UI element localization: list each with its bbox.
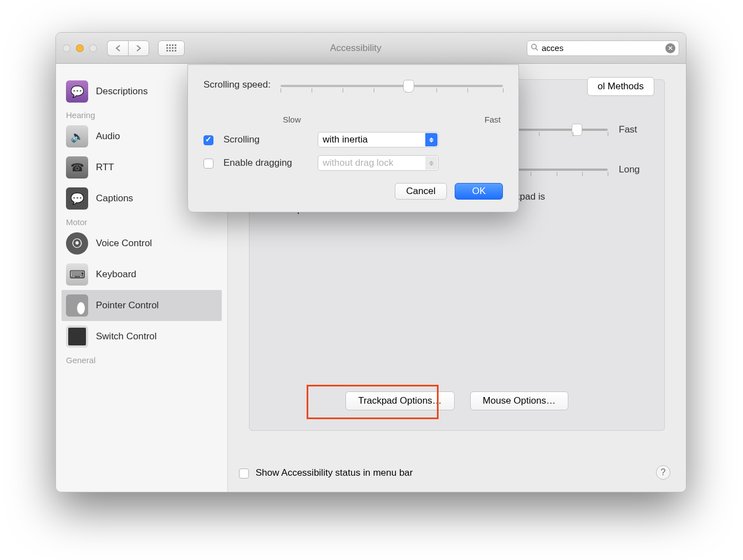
- sidebar-item-voice-control[interactable]: ⦿ Voice Control: [62, 228, 222, 259]
- enable-dragging-checkbox[interactable]: [203, 159, 213, 169]
- traffic-lights: [63, 44, 97, 52]
- grid-icon: [166, 44, 176, 52]
- slider-fast-label: Fast: [619, 124, 648, 135]
- cancel-button[interactable]: Cancel: [395, 183, 447, 200]
- enable-dragging-row: Enable dragging without drag lock: [203, 155, 503, 171]
- sidebar-item-label: Captions: [96, 193, 133, 204]
- scrolling-speed-row: Scrolling speed: Slow Fast: [203, 79, 503, 124]
- close-window-button[interactable]: [63, 44, 70, 52]
- tracking-speed-slider[interactable]: [505, 129, 608, 131]
- voice-control-icon: ⦿: [66, 232, 88, 254]
- scrolling-speed-slider[interactable]: [281, 79, 503, 97]
- enable-dragging-label: Enable dragging: [223, 157, 308, 169]
- scrolling-checkbox[interactable]: [203, 135, 213, 145]
- sidebar-item-label: Descriptions: [96, 86, 148, 97]
- dragging-mode-popup: without drag lock: [318, 155, 439, 171]
- scrolling-label: Scrolling: [223, 134, 308, 145]
- zoom-window-button[interactable]: [89, 44, 97, 52]
- window-toolbar: Accessibility ✕: [56, 33, 686, 64]
- search-input[interactable]: [542, 43, 662, 53]
- sidebar-item-label: Switch Control: [96, 331, 157, 342]
- svg-point-0: [532, 44, 536, 49]
- chevron-updown-icon: [425, 133, 437, 146]
- search-icon: [531, 43, 538, 53]
- dragging-mode-value: without drag lock: [323, 157, 394, 169]
- descriptions-icon: 💬: [66, 80, 88, 103]
- scrolling-speed-label: Scrolling speed:: [203, 79, 271, 90]
- sidebar-item-label: Voice Control: [96, 238, 152, 249]
- footer-row: Show Accessibility status in menu bar: [239, 467, 675, 478]
- help-button[interactable]: ?: [656, 465, 670, 480]
- tab-alternate-control-methods[interactable]: ol Methods: [587, 77, 654, 96]
- sidebar-group-motor: Motor: [62, 214, 222, 228]
- ok-button[interactable]: OK: [455, 183, 503, 200]
- scrolling-mode-value: with inertia: [323, 134, 368, 145]
- mouse-options-button[interactable]: Mouse Options…: [470, 391, 568, 410]
- forward-button[interactable]: [128, 40, 149, 56]
- tab-label: ol Methods: [598, 81, 644, 91]
- sheet-actions: Cancel OK: [203, 183, 503, 200]
- scrolling-mode-popup[interactable]: with inertia: [318, 132, 439, 147]
- rtt-icon: ☎: [66, 156, 88, 179]
- slow-label: Slow: [283, 115, 301, 124]
- back-button[interactable]: [107, 40, 128, 56]
- chevron-updown-icon: [425, 156, 437, 170]
- pointer-icon: [66, 294, 88, 317]
- clear-search-button[interactable]: ✕: [665, 43, 675, 53]
- sidebar-item-keyboard[interactable]: ⌨ Keyboard: [62, 259, 222, 290]
- sidebar-group-general: General: [62, 352, 222, 366]
- sidebar-item-label: Pointer Control: [96, 300, 159, 311]
- scrolling-enable-row: Scrolling with inertia: [203, 132, 503, 147]
- speaker-icon: 🔈: [66, 125, 88, 147]
- sidebar-item-label: Audio: [96, 131, 120, 142]
- slider-ticks: [505, 172, 608, 177]
- search-field[interactable]: ✕: [527, 40, 679, 56]
- sidebar-item-label: RTT: [96, 162, 114, 173]
- captions-icon: 💬: [66, 187, 88, 210]
- sidebar-item-label: Keyboard: [96, 269, 136, 280]
- trackpad-options-sheet: Scrolling speed: Slow Fast Scrolling wit…: [187, 64, 519, 212]
- show-status-checkbox[interactable]: [239, 469, 249, 478]
- keyboard-icon: ⌨: [66, 263, 88, 286]
- slider-long-label: Long: [619, 164, 648, 175]
- fast-label: Fast: [485, 115, 501, 124]
- scrolling-speed-legend: Slow Fast: [281, 115, 503, 124]
- slider-ticks: [505, 132, 608, 138]
- show-all-prefs-button[interactable]: [158, 40, 185, 56]
- options-buttons-row: Trackpad Options… Mouse Options…: [250, 391, 664, 410]
- switch-control-icon: [66, 325, 88, 348]
- show-status-label: Show Accessibility status in menu bar: [256, 467, 413, 478]
- double-click-slider[interactable]: [505, 169, 608, 171]
- sidebar-item-switch-control[interactable]: Switch Control: [62, 321, 222, 352]
- nav-back-forward: [107, 40, 149, 56]
- slider-thumb[interactable]: [403, 80, 414, 93]
- minimize-window-button[interactable]: [76, 44, 84, 52]
- svg-line-1: [536, 48, 538, 50]
- sidebar-item-pointer-control[interactable]: Pointer Control: [62, 290, 222, 321]
- trackpad-options-button[interactable]: Trackpad Options…: [345, 391, 455, 410]
- window-title: Accessibility: [190, 43, 521, 54]
